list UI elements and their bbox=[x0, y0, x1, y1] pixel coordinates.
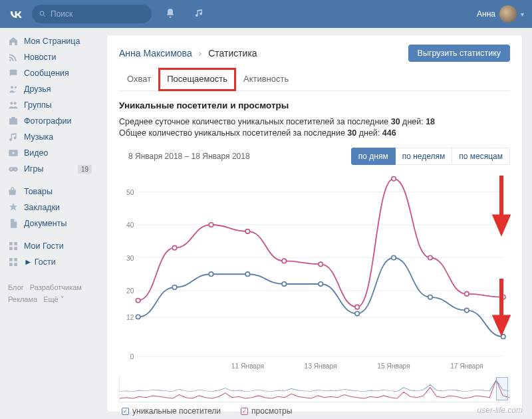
bell-icon[interactable] bbox=[165, 8, 176, 21]
breadcrumb: Анна Максимова › Статистика bbox=[119, 48, 257, 59]
svg-point-2 bbox=[9, 59, 11, 61]
svg-point-8 bbox=[12, 120, 15, 123]
main-chart[interactable]: 0122030405011 Января13 Января15 Января17… bbox=[119, 168, 510, 374]
svg-point-52 bbox=[319, 282, 323, 287]
watermark: user-life.com bbox=[477, 406, 523, 415]
svg-rect-13 bbox=[14, 242, 17, 245]
footer-dev[interactable]: Разработчикам bbox=[30, 283, 82, 291]
sidebar-item-groups[interactable]: Группы bbox=[3, 97, 97, 113]
sidebar-item-home[interactable]: Моя Страница bbox=[3, 33, 97, 49]
svg-point-41 bbox=[319, 262, 323, 267]
sidebar-item-grid[interactable]: ► Гости bbox=[3, 254, 97, 270]
sidebar-item-label: ► Гости bbox=[24, 257, 56, 267]
vk-logo[interactable] bbox=[8, 6, 24, 22]
msg-icon bbox=[8, 68, 19, 78]
sidebar-item-docs[interactable]: Документы bbox=[3, 215, 97, 231]
sidebar: Моя СтраницаНовостиСообщенияДрузьяГруппы… bbox=[0, 28, 100, 419]
export-button[interactable]: Выгрузить статистику bbox=[408, 45, 510, 62]
sidebar-item-label: Товары bbox=[24, 187, 53, 196]
svg-point-51 bbox=[282, 282, 287, 287]
footer-ads[interactable]: Реклама bbox=[8, 295, 37, 303]
sidebar-item-feed[interactable]: Новости bbox=[3, 49, 97, 65]
docs-icon bbox=[8, 218, 19, 229]
svg-rect-17 bbox=[14, 258, 17, 261]
games-icon bbox=[8, 164, 19, 174]
gran-day[interactable]: по дням bbox=[351, 148, 396, 165]
search-icon bbox=[39, 10, 47, 18]
chevron-down-icon: ▾ bbox=[521, 11, 524, 18]
svg-point-47 bbox=[136, 315, 140, 319]
footer-more[interactable]: Ещё ˅ bbox=[43, 295, 65, 303]
legend-views[interactable]: ✓ просмотры bbox=[241, 406, 292, 416]
svg-rect-14 bbox=[9, 247, 13, 250]
content-area: Анна Максимова › Статистика Выгрузить ст… bbox=[100, 28, 532, 419]
svg-rect-19 bbox=[14, 263, 17, 266]
svg-point-45 bbox=[465, 292, 469, 297]
sidebar-item-music[interactable]: Музыка bbox=[3, 129, 97, 145]
top-header: Поиск Анна ▾ bbox=[0, 0, 532, 28]
svg-point-3 bbox=[11, 86, 13, 88]
video-icon bbox=[8, 148, 19, 158]
svg-point-38 bbox=[209, 223, 213, 227]
tab-activity[interactable]: Активность bbox=[235, 69, 297, 90]
overview-chart[interactable] bbox=[119, 376, 510, 402]
sidebar-item-label: Фотографии bbox=[24, 116, 71, 126]
svg-rect-15 bbox=[14, 247, 17, 250]
svg-point-0 bbox=[40, 11, 44, 15]
breadcrumb-page: Статистика bbox=[208, 48, 257, 59]
granularity-switch: по дням по неделям по месяцам bbox=[351, 148, 510, 165]
gran-month[interactable]: по месяцам bbox=[452, 148, 510, 165]
footer-blog[interactable]: Блог bbox=[8, 283, 24, 291]
svg-text:17 Января: 17 Января bbox=[450, 362, 483, 370]
svg-point-43 bbox=[392, 177, 396, 182]
sidebar-item-label: Друзья bbox=[24, 84, 51, 94]
svg-point-6 bbox=[14, 102, 17, 104]
sidebar-item-goods[interactable]: Товары bbox=[3, 184, 97, 200]
svg-text:11 Января: 11 Января bbox=[231, 362, 264, 370]
legend-visitors[interactable]: ✓ уникальные посетители bbox=[122, 406, 221, 416]
svg-rect-9 bbox=[11, 117, 15, 119]
stat-line-total: Общее количество уникальных посетителей … bbox=[119, 128, 510, 138]
sidebar-item-label: Игры bbox=[24, 164, 43, 174]
sidebar-item-label: Моя Страница bbox=[24, 37, 80, 46]
annotation-arrow-icon bbox=[490, 174, 513, 239]
chart-legend: ✓ уникальные посетители ✓ просмотры bbox=[119, 402, 510, 416]
sidebar-item-msg[interactable]: Сообщения bbox=[3, 65, 97, 81]
svg-point-36 bbox=[136, 298, 140, 303]
home-icon bbox=[8, 36, 19, 47]
sidebar-item-photos[interactable]: Фотографии bbox=[3, 113, 97, 129]
music-icon bbox=[8, 132, 19, 142]
svg-point-42 bbox=[355, 305, 360, 309]
svg-text:12: 12 bbox=[126, 314, 134, 321]
sidebar-item-label: Мои Гости bbox=[24, 241, 64, 251]
overview-selection[interactable] bbox=[496, 377, 508, 400]
breadcrumb-user[interactable]: Анна Максимова bbox=[119, 48, 192, 59]
date-range: 8 Января 2018 – 18 Января 2018 bbox=[119, 152, 250, 161]
svg-line-1 bbox=[44, 15, 46, 17]
svg-point-56 bbox=[465, 308, 469, 313]
feed-icon bbox=[8, 52, 19, 63]
header-user[interactable]: Анна ▾ bbox=[477, 5, 524, 23]
search-placeholder: Поиск bbox=[51, 9, 72, 19]
sidebar-item-games[interactable]: Игры19 bbox=[3, 161, 97, 177]
music-icon[interactable] bbox=[194, 8, 204, 20]
svg-rect-16 bbox=[9, 258, 13, 261]
sidebar-item-bookmarks[interactable]: Закладки bbox=[3, 200, 97, 215]
sidebar-footer: Блог Разработчикам Реклама Ещё ˅ bbox=[3, 277, 97, 311]
svg-point-39 bbox=[245, 229, 250, 234]
svg-point-49 bbox=[209, 272, 213, 277]
friends-icon bbox=[8, 84, 19, 94]
svg-text:15 Января: 15 Января bbox=[377, 362, 410, 370]
svg-point-40 bbox=[282, 259, 287, 263]
tab-reach[interactable]: Охват bbox=[119, 69, 159, 90]
tab-attendance[interactable]: Посещаемость bbox=[159, 69, 235, 90]
svg-text:0: 0 bbox=[130, 353, 134, 360]
groups-icon bbox=[8, 100, 19, 110]
sidebar-item-video[interactable]: Видео bbox=[3, 145, 97, 161]
grid-icon bbox=[8, 241, 19, 251]
gran-week[interactable]: по неделям bbox=[396, 148, 453, 165]
svg-text:13 Января: 13 Января bbox=[305, 362, 337, 370]
sidebar-item-grid[interactable]: Мои Гости bbox=[3, 238, 97, 254]
sidebar-item-friends[interactable]: Друзья bbox=[3, 81, 97, 97]
search-input[interactable]: Поиск bbox=[32, 5, 152, 23]
